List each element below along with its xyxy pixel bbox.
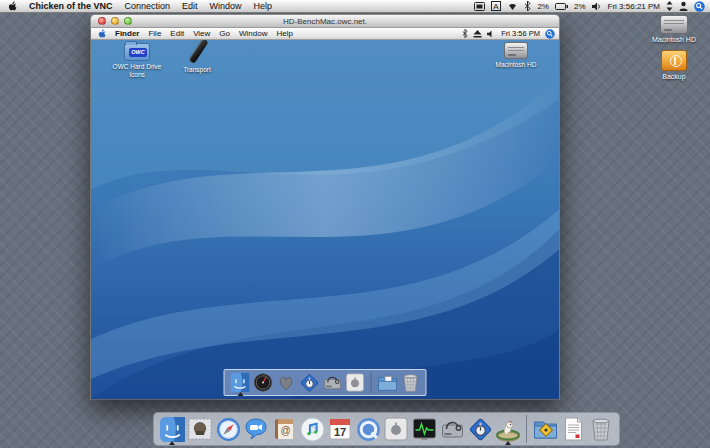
chicken-of-the-vnc-icon bbox=[495, 417, 521, 442]
remote-desktop[interactable]: OWC OWC Hard Drive Icons Transport Macin… bbox=[91, 40, 559, 399]
user-icon[interactable] bbox=[679, 1, 688, 11]
minimize-button[interactable] bbox=[111, 17, 119, 25]
bluetooth-icon[interactable] bbox=[524, 1, 531, 11]
remote-menu-edit[interactable]: Edit bbox=[170, 29, 184, 38]
dock-item-apple-box[interactable] bbox=[383, 414, 409, 444]
remote-dock-item-dashboard[interactable] bbox=[253, 371, 274, 395]
host-menu-edit[interactable]: Edit bbox=[182, 1, 198, 11]
dock-item-quicktime[interactable] bbox=[355, 414, 381, 444]
dock-item-folder-sign[interactable] bbox=[532, 414, 558, 444]
svg-text:@: @ bbox=[280, 425, 290, 436]
close-button[interactable] bbox=[98, 17, 106, 25]
apple-menu-icon[interactable] bbox=[98, 29, 106, 38]
running-indicator bbox=[237, 392, 243, 396]
hard-drive-icon bbox=[504, 42, 528, 59]
aqua-blue-wallpaper bbox=[91, 40, 559, 399]
document-icon bbox=[563, 417, 584, 441]
host-menu-help[interactable]: Help bbox=[254, 1, 273, 11]
dock-item-disk-utility[interactable] bbox=[439, 414, 465, 444]
host-clock[interactable]: Fri 3:56:21 PM bbox=[608, 2, 660, 11]
remote-dock-item-trash[interactable] bbox=[400, 371, 421, 395]
ical-date-text: 17 bbox=[334, 426, 346, 438]
spotlight-icon[interactable] bbox=[694, 1, 705, 12]
volume-icon[interactable] bbox=[592, 2, 602, 11]
window-title: HD-BenchMac.owc.net. bbox=[91, 17, 559, 26]
remote-clock[interactable]: Fri 3:56 PM bbox=[501, 29, 540, 38]
finder-icon bbox=[231, 373, 250, 392]
bluetooth-icon[interactable] bbox=[462, 29, 468, 38]
vnc-remote-screen[interactable]: Finder File Edit View Go Window Help Fri… bbox=[90, 28, 560, 400]
dock-item-document[interactable] bbox=[560, 414, 586, 444]
remote-menu-window[interactable]: Window bbox=[239, 29, 267, 38]
apple-box-icon bbox=[384, 417, 408, 441]
remote-menu-view[interactable]: View bbox=[193, 29, 210, 38]
input-menu-icon[interactable]: A bbox=[491, 1, 501, 11]
dock-item-trash[interactable] bbox=[588, 414, 614, 444]
documents-folder-icon bbox=[377, 374, 397, 392]
ical-icon: 17 bbox=[328, 417, 352, 441]
battery2-percent[interactable]: 2% bbox=[574, 2, 586, 11]
battery-icon[interactable] bbox=[555, 3, 568, 10]
dock-item-mail[interactable] bbox=[187, 414, 213, 444]
host-desktop-icon-backup[interactable]: Backup bbox=[646, 50, 702, 81]
remote-icon-owc-folder[interactable]: OWC OWC Hard Drive Icons bbox=[106, 43, 168, 79]
safari-icon bbox=[216, 417, 241, 442]
host-desktop-icon-macintosh-hd[interactable]: Macintosh HD bbox=[646, 15, 702, 44]
host-menu-connection[interactable]: Connection bbox=[125, 1, 171, 11]
ichat-icon bbox=[244, 417, 268, 441]
dock-item-ichat[interactable] bbox=[243, 414, 269, 444]
trash-icon bbox=[590, 417, 612, 441]
display-icon[interactable] bbox=[474, 2, 485, 11]
disk-utility-icon bbox=[322, 373, 342, 392]
svg-text:A: A bbox=[494, 2, 500, 11]
dock-item-finder[interactable] bbox=[159, 414, 185, 444]
trash-icon bbox=[401, 373, 419, 392]
xbench-icon bbox=[468, 417, 493, 442]
remote-menu-help[interactable]: Help bbox=[276, 29, 292, 38]
user-switch-icon[interactable] bbox=[666, 1, 673, 11]
wifi-icon[interactable] bbox=[507, 2, 518, 11]
remote-dock-item-xbench[interactable] bbox=[299, 371, 320, 395]
apple-menu-icon[interactable] bbox=[8, 1, 17, 11]
host-menubar: Chicken of the VNC Connection Edit Windo… bbox=[0, 0, 710, 13]
dashboard-icon bbox=[254, 373, 273, 392]
dock-item-itunes[interactable] bbox=[299, 414, 325, 444]
host-menu-window[interactable]: Window bbox=[210, 1, 242, 11]
disk-utility-icon bbox=[440, 417, 465, 441]
vnc-window-titlebar[interactable]: HD-BenchMac.owc.net. bbox=[90, 14, 560, 28]
finder-icon bbox=[160, 417, 185, 442]
remote-dock-item-apple-box[interactable] bbox=[345, 371, 366, 395]
battery1-percent[interactable]: 2% bbox=[537, 2, 549, 11]
eject-icon[interactable] bbox=[473, 30, 482, 38]
remote-menu-go[interactable]: Go bbox=[219, 29, 230, 38]
remote-dock-item-documents-folder[interactable] bbox=[377, 371, 398, 395]
gray-app-icon bbox=[277, 373, 296, 392]
orange-firewire-drive-icon bbox=[661, 50, 687, 71]
host-app-menu[interactable]: Chicken of the VNC bbox=[29, 1, 113, 11]
vnc-window: HD-BenchMac.owc.net. Finder File Edit Vi… bbox=[90, 14, 560, 400]
icon-label: Macintosh HD bbox=[646, 36, 702, 44]
zoom-button[interactable] bbox=[124, 17, 132, 25]
remote-icon-macintosh-hd[interactable]: Macintosh HD bbox=[485, 42, 547, 69]
apple-box-icon bbox=[346, 373, 365, 392]
dock-item-chicken-of-the-vnc[interactable] bbox=[495, 414, 521, 444]
address-book-icon: @ bbox=[272, 417, 296, 441]
remote-dock-item-gray-app[interactable] bbox=[276, 371, 297, 395]
running-indicator bbox=[505, 441, 511, 445]
spotlight-icon[interactable] bbox=[545, 29, 555, 39]
dock-item-safari[interactable] bbox=[215, 414, 241, 444]
remote-dock-item-disk-utility[interactable] bbox=[322, 371, 343, 395]
dock-item-activity-monitor[interactable] bbox=[411, 414, 437, 444]
remote-app-menu[interactable]: Finder bbox=[115, 29, 139, 38]
quicktime-icon bbox=[356, 417, 381, 442]
dock-separator bbox=[371, 372, 372, 393]
remote-menubar: Finder File Edit View Go Window Help Fri… bbox=[91, 28, 559, 40]
owc-badge: OWC bbox=[129, 48, 147, 57]
dock-item-address-book[interactable]: @ bbox=[271, 414, 297, 444]
volume-icon[interactable] bbox=[487, 30, 496, 38]
remote-menu-file[interactable]: File bbox=[148, 29, 161, 38]
remote-icon-transport[interactable]: Transport bbox=[166, 38, 228, 74]
remote-dock-item-finder[interactable] bbox=[230, 371, 251, 395]
dock-item-xbench[interactable] bbox=[467, 414, 493, 444]
dock-item-ical[interactable]: 17 bbox=[327, 414, 353, 444]
